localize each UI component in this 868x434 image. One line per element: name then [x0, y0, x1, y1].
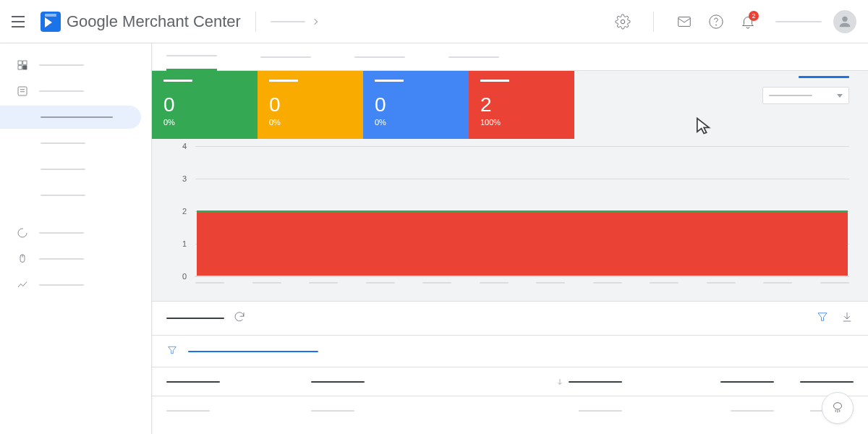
chart-controls	[762, 76, 849, 104]
y-axis-tick: 3	[182, 174, 187, 183]
mouse-icon	[16, 252, 29, 265]
sidebar-item-3[interactable]	[0, 247, 151, 271]
settings-icon[interactable]	[614, 13, 631, 30]
status-cards: 0 0% 0 0% 0 0% 2 100%	[152, 71, 868, 139]
sidebar-item-0[interactable]	[0, 54, 151, 77]
avatar[interactable]	[833, 10, 856, 33]
tab-3[interactable]	[448, 43, 499, 71]
svg-point-0	[621, 20, 625, 24]
tab-0[interactable]	[166, 43, 217, 71]
svg-rect-9	[18, 87, 27, 95]
svg-rect-8	[23, 66, 27, 69]
filter-row	[152, 335, 868, 367]
app-title-bold: Google	[67, 12, 118, 30]
y-axis-tick: 0	[182, 272, 187, 281]
th-col-4[interactable]	[774, 381, 854, 383]
card-value: 2	[480, 93, 563, 116]
table-header	[152, 367, 868, 396]
notification-badge: 2	[749, 11, 759, 21]
menu-icon[interactable]	[12, 13, 29, 30]
svg-point-3	[716, 25, 717, 25]
refresh-icon[interactable]	[233, 310, 246, 326]
svg-rect-7	[18, 66, 22, 69]
sidebar-item-4[interactable]	[0, 273, 151, 297]
metrics-panel: 0 0% 0 0% 0 0% 2 100%	[152, 71, 868, 301]
help-icon[interactable]	[707, 13, 725, 30]
sidebar	[0, 43, 152, 434]
merchant-center-logo-icon	[41, 12, 61, 32]
th-col-3[interactable]	[622, 381, 774, 383]
chevron-right-icon	[312, 18, 318, 24]
card-pct: 100%	[480, 118, 563, 127]
app-title: Google Merchant Center	[67, 12, 241, 31]
dashboard-icon	[16, 59, 29, 72]
chart-control-link[interactable]	[799, 76, 849, 78]
svg-point-20	[834, 403, 842, 409]
card-expiring[interactable]: 0 0%	[363, 71, 469, 139]
notifications-icon[interactable]: 2	[739, 13, 757, 30]
status-chart: 01234	[152, 139, 868, 301]
y-axis-tick: 4	[182, 142, 187, 150]
th-col-2[interactable]	[456, 378, 622, 386]
filter-icon[interactable]	[816, 310, 829, 326]
card-pct: 0%	[163, 118, 246, 127]
tab-2[interactable]	[354, 43, 405, 71]
filter-icon[interactable]	[166, 344, 178, 359]
svg-rect-5	[18, 61, 22, 64]
svg-marker-15	[818, 313, 827, 321]
divider	[653, 12, 654, 32]
card-pct: 0%	[375, 118, 457, 127]
list-icon	[16, 85, 29, 98]
sidebar-item-1[interactable]	[0, 80, 151, 103]
card-active[interactable]: 0 0%	[152, 71, 258, 139]
mail-icon[interactable]	[676, 13, 693, 30]
sidebar-subitem-1[interactable]	[0, 158, 151, 181]
card-value: 0	[163, 93, 246, 116]
card-value: 0	[269, 93, 352, 116]
table-section	[152, 301, 868, 425]
breadcrumb[interactable]	[271, 21, 305, 22]
svg-marker-18	[169, 346, 176, 353]
card-value: 0	[375, 93, 457, 116]
table-title	[166, 318, 224, 319]
svg-point-12	[18, 229, 27, 237]
svg-rect-6	[23, 61, 27, 64]
y-axis-tick: 1	[182, 239, 187, 248]
svg-rect-1	[678, 17, 691, 26]
th-col-0[interactable]	[166, 381, 311, 383]
feedback-fab[interactable]	[822, 392, 854, 424]
card-pct: 0%	[269, 118, 352, 127]
sidebar-subitem-0[interactable]	[0, 132, 151, 155]
divider	[255, 12, 256, 32]
chart-select[interactable]	[762, 87, 849, 104]
app-header: Google Merchant Center 2	[0, 0, 868, 43]
sort-down-icon	[556, 378, 564, 386]
tab-1[interactable]	[260, 43, 311, 71]
analytics-icon	[16, 278, 29, 292]
app-title-rest: Merchant Center	[118, 12, 241, 30]
content-area: 0 0% 0 0% 0 0% 2 100%	[152, 43, 868, 434]
y-axis-tick: 2	[182, 207, 187, 216]
th-col-1[interactable]	[311, 381, 456, 383]
sidebar-subitem-active[interactable]	[0, 106, 141, 129]
card-pending[interactable]: 0 0%	[258, 71, 363, 139]
sidebar-subitem-2[interactable]	[0, 184, 151, 207]
table-toolbar	[152, 302, 868, 335]
circle-icon	[16, 226, 29, 239]
account-label[interactable]	[775, 21, 822, 22]
download-icon[interactable]	[841, 310, 854, 326]
tabs	[152, 43, 868, 71]
svg-point-4	[842, 16, 847, 21]
filter-text[interactable]	[188, 351, 318, 352]
sidebar-item-2[interactable]	[0, 221, 151, 244]
chevron-down-icon	[837, 94, 843, 98]
table-row[interactable]	[152, 396, 868, 425]
card-disapproved[interactable]: 2 100%	[469, 71, 574, 139]
